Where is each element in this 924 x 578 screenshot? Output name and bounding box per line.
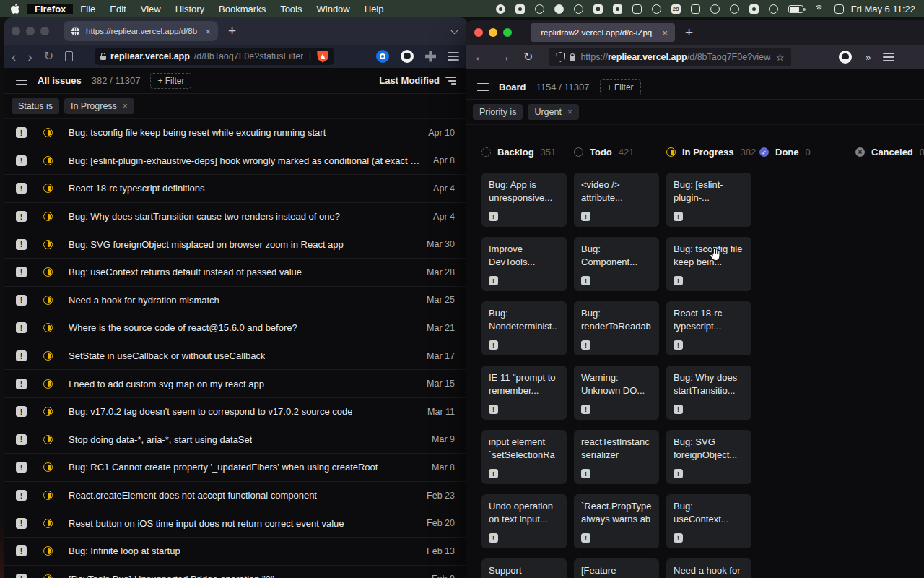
forward-button[interactable]: › (27, 50, 32, 64)
tab-search-chevron-icon[interactable] (450, 26, 458, 34)
extensions-puzzle-icon[interactable] (425, 51, 436, 62)
board-card[interactable]: `React.PropType always warns ab (574, 494, 659, 548)
issue-row[interactable]: Bug: tsconfig file keep being reset whil… (4, 119, 468, 147)
reload-button[interactable]: ↻ (523, 51, 533, 63)
board-card[interactable]: Bug: App is unresponsive... (481, 173, 567, 227)
github-extension-icon[interactable] (401, 50, 414, 63)
menu-item-firefox[interactable]: Firefox (27, 4, 73, 14)
sidebar-menu-icon[interactable] (16, 77, 27, 85)
filter-value-chip[interactable]: Urgent × (528, 104, 579, 120)
menu-item-window[interactable]: Window (310, 4, 357, 14)
reload-button[interactable]: ↻ (44, 51, 53, 62)
close-window-button[interactable] (474, 28, 483, 37)
cloud-icon[interactable] (554, 4, 564, 14)
minimize-window-button[interactable] (489, 28, 497, 37)
sort-label[interactable]: Last Modified (379, 75, 440, 86)
board-card[interactable]: Bug: renderToReadab (574, 301, 659, 355)
bookmark-star-icon[interactable]: ☆ (776, 52, 785, 63)
volume-icon[interactable] (749, 4, 759, 14)
board-card[interactable]: Warning: Unknown DO... (574, 366, 659, 420)
board-card[interactable]: Bug: useContext... (666, 494, 751, 548)
remove-filter-icon[interactable]: × (123, 101, 128, 111)
new-tab-button[interactable]: + (685, 25, 693, 40)
menu-item-view[interactable]: View (134, 4, 168, 14)
calendar-icon[interactable]: 29 (671, 4, 681, 14)
address-bar[interactable]: repliear.vercel.app /d/8bTaoq7F0e?status… (95, 48, 334, 65)
assistant-icon[interactable] (769, 4, 778, 14)
record-icon[interactable] (496, 4, 505, 14)
new-tab-button[interactable]: + (228, 23, 236, 39)
board-card[interactable]: Bug: tsconfig file keep bein... (666, 237, 751, 291)
bookmark-icon[interactable] (65, 51, 73, 61)
close-tab-icon[interactable]: × (662, 28, 668, 38)
dropbox-icon[interactable] (593, 4, 603, 14)
notion-icon[interactable] (632, 4, 642, 14)
overflow-menu-icon[interactable]: » (865, 51, 870, 63)
sidebar-menu-icon[interactable] (477, 83, 489, 92)
brave-shield-icon[interactable] (317, 51, 328, 63)
docker-icon[interactable] (574, 4, 583, 14)
upload-icon[interactable] (691, 4, 700, 14)
filter-value-chip[interactable]: In Progress × (64, 98, 134, 114)
board-card[interactable]: Undo operation on text input... (481, 494, 567, 548)
issue-row[interactable]: Bug: SVG foreignObject misplaced on brow… (4, 230, 468, 259)
close-window-button[interactable] (12, 27, 20, 35)
issue-row[interactable]: Where is the source code of react@15.6.0… (4, 314, 468, 342)
power-icon[interactable] (710, 4, 720, 14)
board-card[interactable]: input element `setSelectionRa (481, 430, 567, 484)
wifi-icon[interactable] (814, 5, 824, 13)
tracking-protection-shield-icon[interactable] (556, 52, 565, 62)
browser-tab[interactable]: https://repliear.vercel.app/d/8b × (64, 21, 218, 41)
board-card[interactable]: reactTestInstanc serializer (574, 430, 659, 484)
board-card[interactable]: Bug: Component... (574, 237, 659, 291)
browser-menu-icon[interactable] (448, 52, 459, 61)
issue-row[interactable]: Reset button on iOS time input does not … (4, 509, 468, 538)
shortcut-zero-icon[interactable] (652, 4, 661, 14)
menu-item-tools[interactable]: Tools (273, 4, 309, 14)
github-extension-icon[interactable] (839, 51, 852, 64)
issue-row[interactable]: I need to add custom svg map on my react… (4, 370, 468, 398)
issue-row[interactable]: React 18-rc typescript definitionsApr 4 (4, 175, 468, 203)
apple-logo-icon[interactable] (10, 3, 20, 14)
address-bar[interactable]: https://repliear.vercel.app/d/8bTaoq7F0e… (549, 48, 791, 66)
board-card[interactable]: IE 11 "prompt to remember... (481, 366, 567, 420)
camera-icon[interactable] (515, 4, 525, 14)
headset-icon[interactable] (535, 4, 544, 14)
issue-row[interactable]: Bug: Why does startTransition cause two … (4, 203, 468, 231)
board-card[interactable]: React 18-rc typescript... (666, 301, 751, 355)
onepassword-extension-icon[interactable] (376, 50, 389, 63)
issue-row[interactable]: Bug: [eslint-plugin-exhaustive-deps] hoo… (4, 147, 468, 176)
board-card[interactable]: Bug: Nondeterminist... (481, 301, 567, 355)
board-card[interactable]: <video /> attribute... (574, 173, 659, 227)
board-card[interactable]: Bug: SVG foreignObject... (666, 430, 751, 484)
add-filter-button[interactable]: + Filter (600, 79, 641, 95)
sort-order-icon[interactable] (445, 77, 456, 85)
battery-icon[interactable] (788, 5, 803, 13)
play-icon[interactable] (730, 4, 739, 14)
back-button[interactable]: ‹ (12, 50, 16, 64)
board-card[interactable]: Support asynchronous... (481, 558, 567, 578)
menu-item-help[interactable]: Help (357, 4, 391, 14)
close-tab-icon[interactable]: × (205, 27, 211, 36)
filter-field-chip[interactable]: Status is (12, 98, 59, 114)
add-filter-button[interactable]: + Filter (150, 73, 191, 89)
board-card[interactable]: [Feature request] expo... (574, 558, 659, 578)
menu-item-file[interactable]: File (73, 4, 103, 14)
browser-tab[interactable]: replidraw2.vercel.app/d/c-iZpq × (531, 23, 675, 42)
zoom-window-button[interactable] (503, 28, 512, 37)
menu-item-edit[interactable]: Edit (103, 4, 133, 14)
issue-row[interactable]: Bug: Infinite loop at startupFeb 13 (4, 538, 468, 566)
switcher-icon[interactable] (834, 4, 844, 14)
menu-item-bookmarks[interactable]: Bookmarks (212, 4, 273, 14)
board-card[interactable]: Bug: Why does startTransitio... (666, 366, 751, 420)
browser-menu-icon[interactable] (883, 53, 894, 61)
board-card[interactable]: Bug: [eslint-plugin-... (666, 173, 751, 227)
minimize-window-button[interactable] (26, 27, 35, 35)
issue-row[interactable]: Need a hook for hydration mismatchMar 25 (4, 287, 468, 315)
board-card[interactable]: Need a hook for hydration... (666, 558, 751, 578)
zoom-window-button[interactable] (40, 27, 49, 35)
issue-row[interactable]: Stop doing data-*, aria-*, start using d… (4, 426, 468, 454)
back-button[interactable]: ← (474, 51, 486, 63)
filter-field-chip[interactable]: Priority is (473, 104, 523, 120)
board-card[interactable]: Improve DevTools... (481, 237, 567, 291)
